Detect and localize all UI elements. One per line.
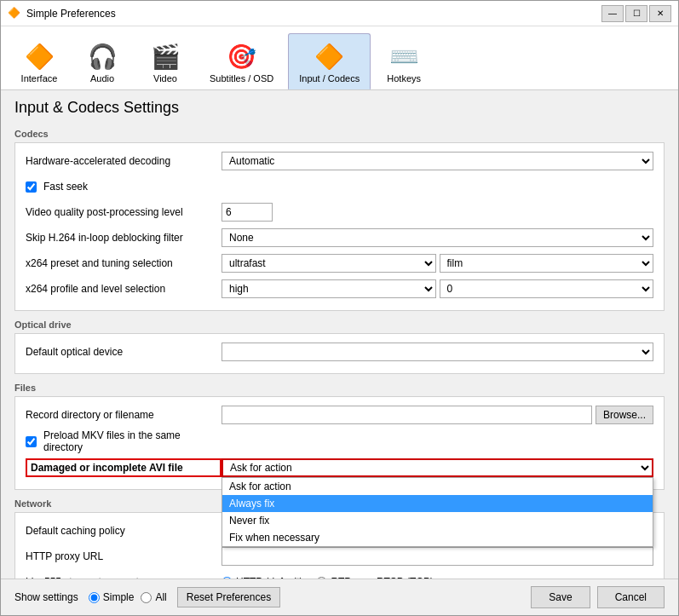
files-section: Files Record directory or filename Brows… — [14, 383, 665, 490]
fast-seek-checkbox[interactable] — [26, 181, 37, 193]
x264-level-select[interactable]: 0 1 1.1 1.2 2 3 3.1 4 — [440, 279, 654, 298]
close-button[interactable]: ✕ — [649, 5, 671, 22]
preload-mkv-label: Preload MKV files in the same directory — [26, 429, 222, 453]
damaged-select-wrap: Ask for action Always fix Never fix Fix … — [222, 458, 653, 477]
dropdown-item-ask[interactable]: Ask for action — [222, 478, 653, 495]
hw-decoding-select[interactable]: Automatic DirectX VA 2.0 (DXVA2) D3D11 v… — [222, 152, 653, 170]
app-icon: 🔶 — [8, 7, 21, 20]
proxy-control — [222, 547, 653, 566]
cancel-button[interactable]: Cancel — [597, 586, 665, 608]
settings-radio-group: Simple All — [89, 591, 167, 603]
simple-radio[interactable] — [89, 592, 100, 603]
record-row: Record directory or filename Browse... — [26, 404, 653, 426]
title-text: Simple Preferences — [26, 8, 116, 20]
x264-profile-label: x264 profile and level selection — [26, 283, 222, 295]
optical-section-content: Default optical device — [14, 333, 665, 374]
all-radio-text: All — [155, 591, 166, 603]
dropdown-item-fix-when[interactable]: Fix when necessary — [222, 529, 653, 546]
damaged-row: Damaged or incomplete AVI file Ask for a… — [26, 457, 653, 479]
hw-decoding-row: Hardware-accelerated decoding Automatic … — [26, 150, 653, 172]
tab-hotkeys[interactable]: ⌨️ Hotkeys — [374, 33, 434, 89]
quality-input[interactable] — [222, 203, 273, 222]
skip-h264-label: Skip H.264 in-loop deblocking filter — [26, 232, 222, 244]
proxy-label: HTTP proxy URL — [26, 550, 222, 562]
quality-row: Video quality post-processing level — [26, 201, 653, 223]
optical-device-label: Default optical device — [26, 346, 222, 358]
optical-device-select[interactable] — [222, 343, 653, 361]
codecs-section: Codecs Hardware-accelerated decoding Aut… — [14, 129, 665, 311]
audio-icon: 🎧 — [85, 39, 119, 73]
page-title: Input & Codecs Settings — [1, 90, 678, 124]
reset-preferences-button[interactable]: Reset Preferences — [177, 587, 280, 607]
skip-h264-select[interactable]: None Non-ref Bidir Non-key All — [222, 228, 653, 247]
x264-preset-label: x264 preset and tuning selection — [26, 257, 222, 269]
hotkeys-icon: ⌨️ — [387, 39, 421, 73]
x264-tune-select[interactable]: film animation grain stillimage psnr ssi… — [440, 254, 654, 273]
quality-control — [222, 203, 653, 222]
proxy-row: HTTP proxy URL — [26, 545, 653, 567]
proxy-input[interactable] — [222, 547, 653, 566]
x264-preset-select[interactable]: ultrafast superfast veryfast faster fast… — [222, 254, 436, 273]
footer-left: Show settings Simple All Reset Preferenc… — [14, 587, 280, 607]
maximize-button[interactable]: ☐ — [625, 5, 647, 22]
x264-profile-select[interactable]: high main baseline high10 high422 high44… — [222, 279, 436, 298]
nav-tabs: 🔶 Interface 🎧 Audio 🎬 Video 🎯 Subtitles … — [1, 26, 678, 90]
x264-profile-row: x264 profile and level selection high ma… — [26, 278, 653, 300]
hw-decoding-label: Hardware-accelerated decoding — [26, 155, 222, 167]
tab-subtitles[interactable]: 🎯 Subtitles / OSD — [199, 33, 285, 89]
fast-seek-label: Fast seek — [26, 181, 222, 193]
optical-device-control — [222, 343, 653, 361]
damaged-select[interactable]: Ask for action Always fix Never fix Fix … — [222, 458, 653, 477]
show-settings-label: Show settings — [14, 591, 78, 603]
title-bar-left: 🔶 Simple Preferences — [8, 7, 116, 20]
content-area: Codecs Hardware-accelerated decoding Aut… — [1, 124, 678, 579]
record-input-group: Browse... — [222, 406, 653, 424]
all-radio-label: All — [141, 591, 166, 603]
optical-section-label: Optical drive — [14, 320, 665, 330]
tab-input-codecs[interactable]: 🔶 Input / Codecs — [288, 33, 371, 89]
simple-radio-label: Simple — [89, 591, 135, 603]
dropdown-item-never[interactable]: Never fix — [222, 512, 653, 529]
record-control: Browse... — [222, 406, 653, 424]
record-label: Record directory or filename — [26, 409, 222, 421]
tab-audio[interactable]: 🎧 Audio — [72, 33, 132, 89]
minimize-button[interactable]: — — [601, 5, 624, 22]
input-icon: 🔶 — [313, 39, 347, 73]
video-icon: 🎬 — [148, 39, 182, 73]
codecs-section-label: Codecs — [14, 129, 665, 139]
subtitles-icon: 🎯 — [225, 39, 259, 73]
tab-video[interactable]: 🎬 Video — [135, 33, 195, 89]
footer: Show settings Simple All Reset Preferenc… — [1, 579, 678, 615]
quality-label: Video quality post-processing level — [26, 206, 222, 218]
browse-button[interactable]: Browse... — [596, 406, 653, 424]
all-radio[interactable] — [141, 592, 152, 603]
record-input[interactable] — [222, 406, 592, 424]
damaged-label: Damaged or incomplete AVI file — [26, 458, 222, 477]
optical-section: Optical drive Default optical device — [14, 320, 665, 374]
tab-interface[interactable]: 🔶 Interface — [9, 33, 69, 89]
title-bar: 🔶 Simple Preferences — ☐ ✕ — [1, 1, 678, 26]
skip-h264-control: None Non-ref Bidir Non-key All — [222, 228, 653, 247]
hw-decoding-control: Automatic DirectX VA 2.0 (DXVA2) D3D11 v… — [222, 152, 653, 170]
x264-profile-dual: high main baseline high10 high422 high44… — [222, 279, 653, 298]
preload-mkv-row: Preload MKV files in the same directory — [26, 429, 653, 453]
dropdown-item-always[interactable]: Always fix — [222, 495, 653, 512]
caching-label: Default caching policy — [26, 525, 222, 537]
interface-icon: 🔶 — [22, 39, 56, 73]
x264-preset-dual: ultrafast superfast veryfast faster fast… — [222, 254, 653, 273]
x264-profile-control: high main baseline high10 high422 high44… — [222, 279, 653, 298]
save-button[interactable]: Save — [531, 586, 590, 608]
codecs-section-content: Hardware-accelerated decoding Automatic … — [14, 142, 665, 311]
skip-h264-row: Skip H.264 in-loop deblocking filter Non… — [26, 227, 653, 249]
footer-right: Save Cancel — [531, 586, 665, 608]
simple-radio-text: Simple — [103, 591, 135, 603]
app-window: 🔶 Simple Preferences — ☐ ✕ 🔶 Interface 🎧… — [0, 0, 679, 616]
optical-device-row: Default optical device — [26, 341, 653, 363]
preload-mkv-checkbox[interactable] — [26, 436, 37, 447]
files-section-content: Record directory or filename Browse... P… — [14, 396, 665, 490]
live555-row: Live555 stream transport HTTP (default) … — [26, 571, 653, 579]
fast-seek-row: Fast seek — [26, 176, 653, 198]
window-controls: — ☐ ✕ — [601, 5, 671, 22]
damaged-dropdown: Ask for action Always fix Never fix Fix … — [222, 477, 653, 547]
files-section-label: Files — [14, 383, 665, 393]
